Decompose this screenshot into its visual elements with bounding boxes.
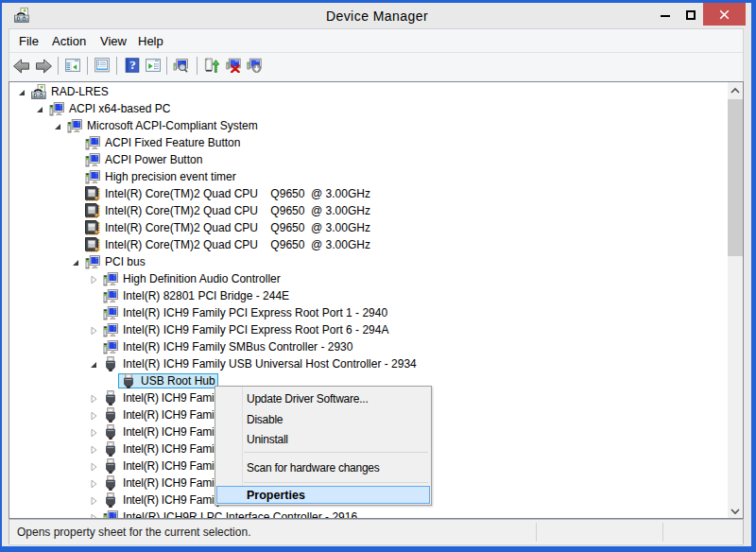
svg-text:?: ? bbox=[129, 58, 136, 72]
